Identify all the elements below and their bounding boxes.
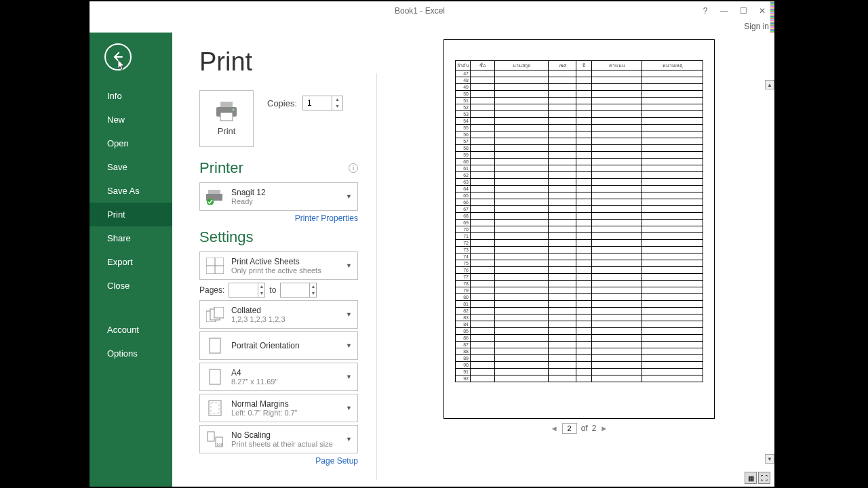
preview-page: ลำดับชื่อนามสกุลเพศปีคาแนนหมายเหตุ474849… — [443, 39, 715, 419]
printer-device-icon — [205, 187, 224, 206]
svg-rect-14 — [210, 369, 220, 384]
svg-point-3 — [233, 108, 235, 110]
pages-to-spinner[interactable]: ▲▼ — [280, 283, 317, 298]
printer-selector[interactable]: Snagit 12 Ready ▼ — [199, 182, 358, 211]
excel-backstage-window: Book1 - Excel ? — ☐ ✕ Sign in Info New O… — [90, 1, 774, 487]
printer-properties-link[interactable]: Printer Properties — [199, 214, 358, 223]
pager-of-label: of — [581, 424, 588, 433]
backstage-sidebar: Info New Open Save Save As Print Share E… — [90, 33, 172, 487]
sidebar-item-saveas[interactable]: Save As — [90, 179, 172, 203]
current-page-input[interactable] — [562, 423, 577, 434]
preview-table: ลำดับชื่อนามสกุลเพศปีคาแนนหมายเหตุ474849… — [455, 60, 703, 382]
prev-page-button[interactable]: ◄ — [551, 424, 558, 432]
maximize-button[interactable]: ☐ — [734, 3, 753, 18]
printer-info-icon[interactable]: i — [349, 163, 358, 173]
sidebar-item-close[interactable]: Close — [90, 274, 172, 298]
printer-name: Snagit 12 — [231, 188, 339, 197]
sidebar-item-options[interactable]: Options — [90, 342, 172, 365]
print-what-selector[interactable]: Print Active Sheets Only print the activ… — [199, 251, 358, 280]
printer-status: Ready — [231, 197, 339, 205]
copies-spinner[interactable]: ▲▼ — [302, 96, 343, 110]
copies-input[interactable] — [303, 97, 332, 109]
spin-up-icon[interactable]: ▲ — [332, 96, 342, 103]
sidebar-item-save[interactable]: Save — [90, 155, 172, 179]
zoom-to-page-button[interactable]: ⛶ — [758, 472, 770, 484]
margins-selector[interactable]: Normal Margins Left: 0.7" Right: 0.7" ▼ — [199, 394, 358, 422]
svg-rect-4 — [208, 190, 220, 194]
copies-label: Copies: — [267, 98, 297, 108]
titlebar: Book1 - Excel ? — ☐ ✕ — [90, 1, 774, 20]
scaling-selector[interactable]: 100 No Scaling Print sheets at their act… — [199, 425, 358, 453]
help-button[interactable]: ? — [696, 3, 715, 18]
minimize-button[interactable]: — — [715, 3, 734, 18]
zoom-controls: ▦ ⛶ — [745, 472, 770, 484]
page-setup-link[interactable]: Page Setup — [199, 456, 358, 466]
sidebar-item-new[interactable]: New — [90, 108, 172, 131]
orientation-selector[interactable]: Portrait Orientation ▼ — [199, 331, 358, 360]
chevron-down-icon: ▼ — [346, 262, 352, 269]
chevron-down-icon: ▼ — [346, 311, 352, 318]
sidebar-item-info[interactable]: Info — [90, 84, 172, 108]
svg-rect-17 — [208, 432, 214, 441]
printer-section-title: Printer i — [199, 159, 358, 177]
main-content: Print Print Copies: — [172, 33, 774, 487]
chevron-down-icon: ▼ — [346, 193, 352, 200]
sidebar-item-print[interactable]: Print — [90, 203, 172, 226]
sheets-icon — [205, 256, 224, 275]
svg-rect-2 — [220, 113, 233, 121]
print-button-label: Print — [218, 126, 236, 136]
print-preview-panel: ▲ ▼ ลำดับชื่อนามสกุลเพศปีคาแนนหมายเหตุ47… — [377, 33, 774, 487]
print-settings-panel: Print Print Copies: — [172, 33, 377, 487]
pager: ◄ of 2 ► — [393, 419, 765, 434]
chevron-down-icon: ▼ — [346, 436, 352, 443]
svg-rect-0 — [220, 102, 233, 107]
page-title: Print — [199, 47, 358, 77]
pages-label: Pages: — [199, 285, 224, 295]
settings-section-title: Settings — [199, 228, 358, 246]
paper-size-selector[interactable]: A4 8.27" x 11.69" ▼ — [199, 363, 358, 391]
sign-in-link[interactable]: Sign in — [90, 20, 774, 33]
scroll-down-button[interactable]: ▼ — [765, 454, 774, 464]
pages-from-spinner[interactable]: ▲▼ — [229, 283, 265, 298]
spin-down-icon[interactable]: ▼ — [332, 103, 342, 110]
close-button[interactable]: ✕ — [753, 3, 772, 18]
collate-selector[interactable]: Collated 1,2,3 1,2,3 1,2,3 ▼ — [199, 300, 358, 329]
mouse-cursor-icon — [118, 60, 126, 70]
pages-to-label: to — [269, 285, 276, 295]
print-button[interactable]: Print — [199, 90, 254, 147]
sidebar-item-share[interactable]: Share — [90, 226, 172, 250]
window-title: Book1 - Excel — [144, 6, 696, 16]
printer-icon — [215, 102, 238, 122]
sidebar-item-open[interactable]: Open — [90, 131, 172, 155]
scroll-up-button[interactable]: ▲ — [765, 80, 774, 89]
svg-rect-13 — [210, 338, 220, 353]
pager-total: 2 — [592, 424, 597, 433]
pages-range-row: Pages: ▲▼ to ▲▼ — [199, 283, 358, 298]
show-margins-button[interactable]: ▦ — [745, 472, 757, 484]
svg-text:100: 100 — [216, 443, 223, 447]
sidebar-item-export[interactable]: Export — [90, 250, 172, 274]
margins-icon — [205, 399, 224, 418]
scaling-icon: 100 — [205, 430, 224, 449]
chevron-down-icon: ▼ — [346, 405, 352, 411]
portrait-icon — [205, 336, 224, 355]
page-icon — [205, 367, 224, 386]
svg-rect-12 — [214, 307, 224, 318]
sidebar-item-account[interactable]: Account — [90, 318, 172, 342]
chevron-down-icon: ▼ — [346, 373, 352, 380]
chevron-down-icon: ▼ — [346, 342, 352, 349]
next-page-button[interactable]: ► — [600, 424, 608, 432]
collate-icon — [205, 305, 224, 324]
